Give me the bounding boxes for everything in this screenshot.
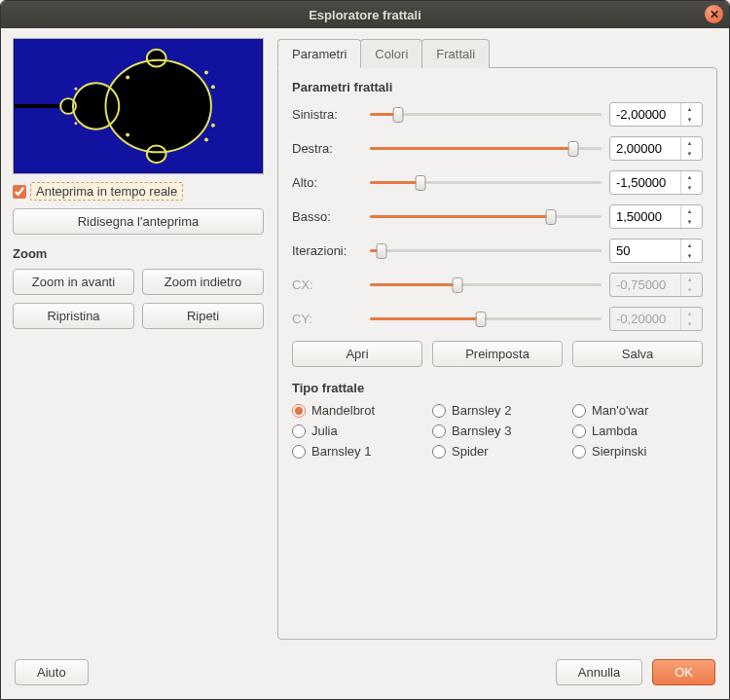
help-button[interactable]: Aiuto <box>15 659 89 685</box>
slider-iter[interactable] <box>370 243 602 259</box>
slider-basso[interactable] <box>370 209 602 225</box>
spin-down-cx: ▼ <box>681 285 698 297</box>
spin-iter[interactable]: ▲▼ <box>609 239 703 263</box>
spin-input-iter[interactable] <box>610 239 680 262</box>
right-column: Parametri Colori Frattali Parametri frat… <box>277 38 717 640</box>
spin-up-sinistra[interactable]: ▲ <box>681 103 698 115</box>
preset-button[interactable]: Preimposta <box>432 341 563 367</box>
slider-thumb-basso[interactable] <box>545 209 556 225</box>
left-column: Anteprima in tempo reale Ridisegna l'ant… <box>13 38 264 640</box>
params-actions: Apri Preimposta Salva <box>292 341 703 367</box>
spin-input-destra[interactable] <box>610 137 680 160</box>
param-row-alto: Alto:▲▼ <box>292 170 703 195</box>
slider-cy <box>370 312 602 327</box>
spin-sinistra[interactable]: ▲▼ <box>609 102 703 127</box>
param-label-cy: CY: <box>292 312 362 326</box>
cancel-button[interactable]: Annulla <box>556 659 642 685</box>
fractal-option-man-o-war[interactable]: Man'o'war <box>572 403 703 418</box>
spin-down-basso[interactable]: ▼ <box>681 217 698 229</box>
spin-up-destra[interactable]: ▲ <box>681 137 698 149</box>
params-title: Parametri frattali <box>292 80 703 94</box>
spin-down-iter[interactable]: ▼ <box>681 251 698 263</box>
radio-label: Spider <box>452 444 489 459</box>
window: Esploratore frattali ✕ <box>0 0 730 700</box>
radio-input[interactable] <box>292 445 306 459</box>
param-label-sinistra: Sinistra: <box>292 107 362 122</box>
slider-thumb-destra[interactable] <box>568 141 579 157</box>
slider-sinistra[interactable] <box>370 107 602 123</box>
fractal-option-barnsley-1[interactable]: Barnsley 1 <box>292 444 422 459</box>
tab-frattali[interactable]: Frattali <box>421 39 490 68</box>
fractal-option-spider[interactable]: Spider <box>432 444 563 459</box>
realtime-label[interactable]: Anteprima in tempo reale <box>30 182 183 201</box>
spin-input-alto[interactable] <box>610 171 680 194</box>
radio-input[interactable] <box>292 424 306 438</box>
radio-label: Sierpinski <box>592 444 646 459</box>
radio-label: Mandelbrot <box>311 403 375 418</box>
tab-colori[interactable]: Colori <box>360 39 422 68</box>
slider-thumb-alto[interactable] <box>416 175 426 191</box>
fractal-option-barnsley-3[interactable]: Barnsley 3 <box>432 424 563 438</box>
spin-input-cx <box>610 274 680 296</box>
save-button[interactable]: Salva <box>572 341 703 367</box>
realtime-checkbox[interactable] <box>13 185 26 199</box>
param-row-destra: Destra:▲▼ <box>292 136 703 161</box>
spin-input-sinistra[interactable] <box>610 103 680 126</box>
spin-up-basso[interactable]: ▲ <box>681 205 698 217</box>
slider-alto[interactable] <box>370 175 602 191</box>
zoom-redo-button[interactable]: Ripeti <box>142 303 264 329</box>
spin-cx: ▲▼ <box>609 273 703 297</box>
spin-input-basso[interactable] <box>610 205 680 228</box>
zoom-out-button[interactable]: Zoom indietro <box>142 269 264 295</box>
spin-up-iter[interactable]: ▲ <box>681 239 698 251</box>
radio-input[interactable] <box>432 404 446 418</box>
fractal-option-mandelbrot[interactable]: Mandelbrot <box>292 403 422 418</box>
fractal-option-sierpinski[interactable]: Sierpinski <box>572 444 703 459</box>
ok-button[interactable]: OK <box>652 659 715 685</box>
slider-thumb-iter[interactable] <box>376 243 386 259</box>
param-row-basso: Basso:▲▼ <box>292 204 703 229</box>
param-row-iter: Iterazioni:▲▼ <box>292 239 703 263</box>
fractal-type-title: Tipo frattale <box>292 381 703 395</box>
spin-down-destra[interactable]: ▼ <box>681 149 698 161</box>
slider-destra[interactable] <box>370 141 602 157</box>
param-label-alto: Alto: <box>292 175 362 190</box>
redraw-button[interactable]: Ridisegna l'anteprima <box>13 208 264 235</box>
spin-up-alto[interactable]: ▲ <box>681 171 698 183</box>
close-icon[interactable]: ✕ <box>705 5 723 23</box>
spin-up-cx: ▲ <box>681 274 698 285</box>
param-row-cx: CX:▲▼ <box>292 273 703 297</box>
fractal-option-lambda[interactable]: Lambda <box>572 424 703 438</box>
radio-input[interactable] <box>572 404 586 418</box>
zoom-in-button[interactable]: Zoom in avanti <box>13 269 134 295</box>
zoom-reset-button[interactable]: Ripristina <box>13 303 134 329</box>
spin-basso[interactable]: ▲▼ <box>609 204 703 229</box>
radio-input[interactable] <box>432 445 446 459</box>
radio-input[interactable] <box>572 424 586 438</box>
radio-label: Barnsley 1 <box>311 444 371 459</box>
open-button[interactable]: Apri <box>292 341 422 367</box>
tab-parametri[interactable]: Parametri <box>277 39 361 68</box>
svg-point-15 <box>211 124 215 128</box>
spin-up-cy: ▲ <box>681 308 698 319</box>
radio-input[interactable] <box>432 424 446 438</box>
svg-point-17 <box>126 133 129 137</box>
fractal-type-grid: MandelbrotBarnsley 2Man'o'warJuliaBarnsl… <box>292 403 703 459</box>
spin-down-alto[interactable]: ▼ <box>681 183 698 195</box>
fractal-preview[interactable] <box>13 38 264 174</box>
fractal-option-barnsley-2[interactable]: Barnsley 2 <box>432 403 563 418</box>
radio-input[interactable] <box>572 445 586 459</box>
radio-input[interactable] <box>292 404 306 418</box>
param-row-cy: CY:▲▼ <box>292 307 703 331</box>
spin-alto[interactable]: ▲▼ <box>609 170 703 195</box>
spin-cy: ▲▼ <box>609 307 703 331</box>
param-label-destra: Destra: <box>292 141 362 156</box>
svg-point-12 <box>204 71 208 75</box>
slider-thumb-sinistra[interactable] <box>392 107 403 123</box>
spin-down-sinistra[interactable]: ▼ <box>681 115 698 127</box>
window-title: Esploratore frattali <box>309 8 421 22</box>
fractal-option-julia[interactable]: Julia <box>292 424 422 438</box>
svg-point-18 <box>74 88 77 91</box>
spin-destra[interactable]: ▲▼ <box>609 136 703 161</box>
mandelbrot-preview-svg <box>14 39 263 173</box>
